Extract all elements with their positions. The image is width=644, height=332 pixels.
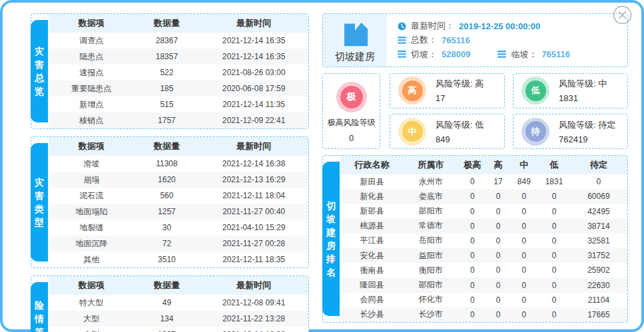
table-row: 会同县怀化市000021104 [340,293,627,307]
column-header: 数据量 [135,276,200,295]
table-cell: 地面塌陷 [49,204,135,220]
close-button[interactable] [613,5,632,25]
table-cell: 隆回县 [340,277,404,292]
stat-value: 765116 [442,35,470,45]
card-ranking: 切坡建房排名 行政名称所属市极高高中低待定 新田县永州市01784918310新… [322,155,628,323]
danger-level-body: 数据项数据量最新时间 特大型492021-12-08 09:41大型134202… [49,276,308,332]
table-cell: 0 [458,307,487,322]
table-row: 长沙县长沙市000017665 [340,307,627,322]
table-row: 泥石流5602021-12-11 18:04 [49,188,308,204]
table-cell: 0 [538,204,569,219]
table-cell: 0 [487,248,509,263]
table-row: 安化县益阳市000031752 [340,248,627,263]
table-cell: 2021-12-14 16:38 [199,327,308,332]
table-cell: 21104 [570,293,627,307]
table-cell: 0 [509,277,538,292]
risk-label: 风险等级: 中 [559,78,607,90]
card-summary: 切坡建房 最新时间： 2019-12-25 00:00:00 [322,13,628,67]
stat-label: 临坡： [511,49,537,61]
list-icon [398,37,406,44]
table-cell: 核销点 [49,112,135,128]
card-tab-disaster-type: 灾害类型 [31,143,48,261]
table-cell: 849 [509,174,538,189]
card-risk-low: 低 风险等级: 中 1831 [513,73,628,108]
table-cell: 0 [487,293,509,307]
table-row: 中型13972021-12-14 16:38 [49,327,308,332]
summary-title: 切坡建房 [335,51,375,63]
table-cell: 0 [538,219,569,234]
card-risk-high: 高 风险等级: 高 17 [390,73,505,108]
column-header: 待定 [570,156,627,174]
table-cell: 岳阳市 [404,234,458,248]
table-cell: 特大型 [49,295,135,311]
table-row: 地面沉降722021-11-27 00:28 [49,236,308,251]
table-header-row: 数据项数据量最新时间 [49,137,308,156]
column-header: 最新时间 [199,14,308,33]
summary-stats: 最新时间： 2019-12-25 00:00:00 总数： 765116 [387,14,627,67]
risk-badge-ring: 低 [521,77,549,104]
tab-char: 房 [326,241,336,250]
card-risk-pending: 待 风险等级: 待定 762419 [513,114,628,149]
stat-label: 最新时间： [411,20,454,32]
table-cell: 25902 [570,263,627,277]
table-cell: 17665 [570,307,627,322]
table-row: 新田县永州市01784918310 [340,174,627,189]
stat-value: 528009 [442,49,470,59]
table-cell: 31752 [570,248,627,263]
table-row: 滑坡113082021-12-14 16:38 [49,156,308,172]
risk-badge: 高 [402,81,423,101]
table-row: 衡南县衡阳市000025902 [340,263,627,277]
stat-near-slope: 临坡： 765116 [497,49,570,61]
risk-badge-ring: 中 [398,118,426,146]
table-cell: 134 [135,311,200,327]
card-tab-danger-level: 险情等级 [31,282,48,332]
ranking-table: 行政名称所属市极高高中低待定 新田县永州市01784918310新化县娄底市00… [340,156,627,322]
risk-badge-ring: 极 [336,82,367,112]
tab-char: 害 [35,191,44,200]
table-row: 特大型492021-12-08 09:41 [49,295,308,311]
table-cell: 0 [509,219,538,234]
table-cell: 0 [458,234,487,248]
table-cell: 桃源县 [340,219,404,234]
table-cell: 0 [458,248,487,263]
table-cell: 0 [487,189,509,204]
card-risk-extreme: 极 极高风险等级 0 [322,73,380,149]
table-cell: 1620 [135,172,200,188]
table-cell: 0 [458,293,487,307]
table-cell: 常德市 [404,219,458,234]
disaster-overview-body: 数据项数据量最新时间 调查点283672021-12-14 16:35隐患点18… [49,14,308,128]
table-cell: 平江县 [340,234,404,248]
table-cell: 0 [509,189,538,204]
table-cell: 185 [135,81,200,96]
card-risk-medium: 中 风险等级: 低 849 [390,114,505,149]
list-icon [398,51,406,58]
card-tab-ranking: 切坡建房排名 [322,162,340,316]
tab-char: 总 [35,73,44,83]
risk-label: 极高风险等级 [328,117,376,128]
column-header: 数据量 [135,14,200,33]
risk-value: 1831 [559,93,607,103]
table-cell: 0 [570,174,627,189]
risk-label: 风险等级: 高 [436,78,483,90]
table-row: 平江县岳阳市000032581 [340,234,627,248]
table-row: 地面塌陷12572021-11-27 00:40 [49,204,308,220]
danger-level-table: 数据项数据量最新时间 特大型492021-12-08 09:41大型134202… [49,276,308,332]
table-row: 重要隐患点1852020-06-08 17:59 [49,81,308,96]
risk-badge: 极 [340,86,363,108]
table-cell: 速报点 [49,65,135,81]
dashboard-panel: 灾害总览 数据项数据量最新时间 调查点283672021-12-14 16:35… [0,0,644,332]
table-header-row: 数据项数据量最新时间 [49,14,308,33]
card-danger-level: 险情等级 数据项数据量最新时间 特大型492021-12-08 09:41大型1… [31,275,309,332]
table-cell: 0 [487,307,509,322]
table-cell: 0 [458,189,487,204]
table-row: 隆回县邵阳市000022630 [340,277,627,292]
table-cell: 长沙县 [340,307,404,322]
table-cell: 0 [509,234,538,248]
table-cell: 0 [538,307,569,322]
table-cell: 28367 [135,33,200,49]
tab-char: 排 [326,254,336,263]
table-cell: 新邵县 [340,204,404,219]
table-header-row: 行政名称所属市极高高中低待定 [340,156,627,174]
table-cell: 2021-12-14 16:35 [199,33,308,49]
table-cell: 地裂缝 [49,220,135,236]
